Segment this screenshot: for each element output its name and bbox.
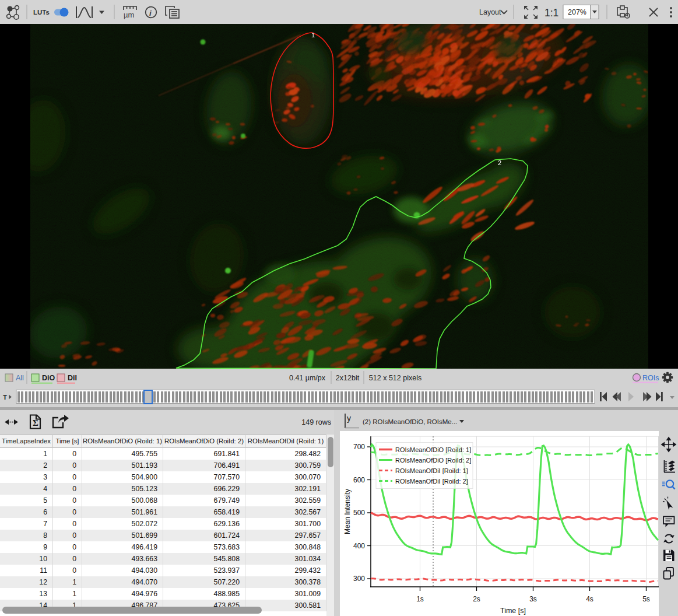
svg-text:1: 1	[311, 32, 315, 38]
svg-text:DiO: DiO	[42, 374, 55, 382]
svg-text:Mean Intensity: Mean Intensity	[343, 489, 352, 534]
svg-text:ROIs: ROIs	[642, 374, 659, 382]
svg-text:700: 700	[353, 443, 365, 451]
svg-text:400: 400	[353, 542, 365, 550]
svg-text:2x12bit: 2x12bit	[336, 374, 360, 382]
svg-text:ROIsMeanOfDiO [RoiId: 2]: ROIsMeanOfDiO [RoiId: 2]	[395, 457, 471, 464]
svg-text:DiI: DiI	[68, 374, 77, 382]
svg-text:149 rows: 149 rows	[301, 418, 331, 426]
svg-text:(2) ROIsMeanOfDiO, ROIsMe...: (2) ROIsMeanOfDiO, ROIsMe...	[363, 418, 457, 425]
svg-text:T: T	[3, 394, 7, 401]
svg-text:300: 300	[353, 575, 365, 583]
svg-text:All: All	[16, 374, 24, 382]
svg-text:2: 2	[498, 159, 501, 166]
svg-text:Time [s]: Time [s]	[500, 607, 526, 615]
svg-text:LUTs: LUTs	[33, 9, 50, 16]
svg-text:1s: 1s	[416, 595, 424, 603]
svg-text:1:1: 1:1	[544, 7, 558, 19]
svg-text:2s: 2s	[473, 595, 480, 603]
svg-text:ROIsMeanOfDiI [RoiId: 1]: ROIsMeanOfDiI [RoiId: 1]	[395, 467, 468, 474]
svg-text:0.41 µm/px: 0.41 µm/px	[289, 374, 326, 382]
svg-text:600: 600	[353, 476, 365, 484]
svg-text:µm: µm	[124, 10, 134, 19]
svg-text:512 x 512 pixels: 512 x 512 pixels	[369, 374, 421, 382]
svg-text:i: i	[149, 9, 152, 18]
svg-text:207%: 207%	[568, 8, 586, 16]
svg-text:Σ: Σ	[33, 418, 38, 428]
svg-text:ROIsMeanOfDiO [RoiId: 1]: ROIsMeanOfDiO [RoiId: 1]	[395, 446, 471, 453]
svg-text:500: 500	[353, 509, 365, 517]
svg-text:4s: 4s	[586, 595, 593, 603]
svg-text:5s: 5s	[642, 595, 650, 603]
svg-text:Layout: Layout	[479, 8, 501, 16]
svg-text:3s: 3s	[529, 595, 537, 603]
svg-text:y: y	[347, 414, 351, 423]
svg-text:ROIsMeanOfDiI [RoiId: 2]: ROIsMeanOfDiI [RoiId: 2]	[395, 478, 468, 485]
